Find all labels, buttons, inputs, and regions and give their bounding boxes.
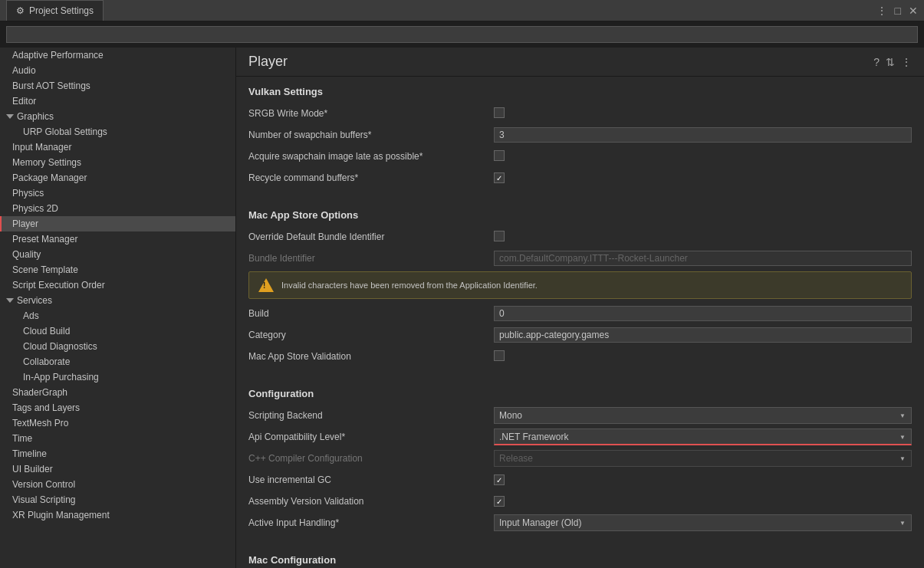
sidebar-item-script-execution[interactable]: Script Execution Order [0, 277, 235, 293]
sidebar-item-player[interactable]: Player [0, 216, 235, 231]
sidebar-item-xr-plugin[interactable]: XR Plugin Management [0, 507, 235, 523]
configuration-section: Configuration Scripting Backend Mono IL2… [236, 379, 924, 545]
title-bar-controls: ⋮ □ ✕ [876, 5, 918, 17]
mac-app-store-section: Mac App Store Options Override Default B… [236, 200, 924, 379]
sidebar-item-ads[interactable]: Ads [0, 308, 235, 323]
cpp-compiler-select[interactable]: Release Debug [494, 450, 912, 467]
sidebar-label: Editor [12, 96, 36, 107]
override-bundle-value [494, 231, 912, 244]
mac-store-validation-row: Mac App Store Validation [248, 348, 912, 365]
assembly-validation-label: Assembly Version Validation [248, 496, 494, 507]
sidebar-item-physics-2d[interactable]: Physics 2D [0, 201, 235, 216]
sidebar-item-physics[interactable]: Physics [0, 186, 235, 201]
sidebar-item-quality[interactable]: Quality [0, 247, 235, 262]
srgb-write-mode-row: SRGB Write Mode* [248, 105, 912, 122]
sidebar-label: Burst AOT Settings [12, 80, 90, 91]
sidebar-item-audio[interactable]: Audio [0, 63, 235, 78]
title-bar-label: Project Settings [29, 5, 94, 16]
scripting-backend-select[interactable]: Mono IL2CPP [494, 407, 912, 424]
main-layout: Adaptive Performance Audio Burst AOT Set… [0, 48, 924, 568]
sidebar-item-services[interactable]: Services [0, 293, 235, 308]
sidebar-item-visual-scripting[interactable]: Visual Scripting [0, 492, 235, 507]
sidebar-item-time[interactable]: Time [0, 431, 235, 446]
sidebar-item-in-app-purchasing[interactable]: In-App Purchasing [0, 369, 235, 385]
sidebar-item-textmesh-pro[interactable]: TextMesh Pro [0, 415, 235, 431]
sidebar-label: In-App Purchasing [23, 372, 99, 382]
mac-store-validation-checkbox[interactable] [494, 350, 505, 361]
sidebar-item-collaborate[interactable]: Collaborate [0, 354, 235, 369]
more-icon[interactable]: ⋮ [901, 56, 912, 68]
srgb-write-mode-label: SRGB Write Mode* [248, 108, 494, 119]
recycle-command-checkbox[interactable] [494, 172, 505, 183]
active-input-handling-select[interactable]: Input Manager (Old) Input System Package… [494, 514, 912, 531]
sidebar-label: Visual Scripting [12, 494, 76, 505]
search-input[interactable] [6, 26, 918, 43]
sidebar-item-cloud-diagnostics[interactable]: Cloud Diagnostics [0, 339, 235, 354]
content-header: Player ? ⇅ ⋮ [236, 48, 924, 77]
sidebar-label: Cloud Diagnostics [23, 341, 97, 352]
menu-icon[interactable]: ⋮ [876, 5, 887, 17]
build-row: Build [248, 305, 912, 322]
settings-icon: ⚙ [16, 5, 25, 16]
sidebar-item-package-manager[interactable]: Package Manager [0, 170, 235, 186]
sidebar-item-burst-aot[interactable]: Burst AOT Settings [0, 78, 235, 94]
sidebar-label: Scene Template [12, 264, 78, 275]
sidebar-item-timeline[interactable]: Timeline [0, 446, 235, 461]
sidebar-item-preset-manager[interactable]: Preset Manager [0, 231, 235, 247]
sidebar-label: Collaborate [23, 356, 70, 367]
mac-store-validation-label: Mac App Store Validation [248, 351, 494, 362]
swapchain-buffers-input[interactable] [494, 127, 912, 143]
sidebar-item-memory-settings[interactable]: Memory Settings [0, 155, 235, 170]
bundle-identifier-value [494, 251, 912, 266]
assembly-validation-checkbox[interactable] [494, 496, 505, 507]
cpp-compiler-row: C++ Compiler Configuration Release Debug [248, 450, 912, 467]
incremental-gc-row: Use incremental GC [248, 471, 912, 488]
assembly-validation-value [494, 496, 912, 507]
srgb-write-mode-checkbox[interactable] [494, 107, 505, 118]
help-icon[interactable]: ? [873, 56, 880, 68]
mac-configuration-title: Mac Configuration [248, 554, 912, 566]
sidebar-label: Input Manager [12, 142, 71, 153]
maximize-icon[interactable]: □ [895, 5, 901, 17]
mac-configuration-section: Mac Configuration Camera Usage Descripti… [236, 545, 924, 568]
sidebar-item-version-control[interactable]: Version Control [0, 477, 235, 492]
sidebar-label: Player [12, 218, 38, 229]
sidebar-item-tags-layers[interactable]: Tags and Layers [0, 400, 235, 415]
search-bar [0, 21, 924, 48]
sidebar-label: Version Control [12, 479, 75, 490]
warning-icon: ! [258, 278, 274, 292]
override-bundle-checkbox[interactable] [494, 231, 505, 241]
sidebar-item-editor[interactable]: Editor [0, 94, 235, 109]
sidebar-item-shader-graph[interactable]: ShaderGraph [0, 385, 235, 400]
incremental-gc-checkbox[interactable] [494, 474, 505, 485]
bundle-identifier-input[interactable] [494, 251, 912, 266]
assembly-validation-row: Assembly Version Validation [248, 493, 912, 510]
build-input[interactable] [494, 306, 912, 321]
srgb-write-mode-value [494, 107, 912, 120]
layout-icon[interactable]: ⇅ [886, 56, 895, 68]
acquire-swapchain-checkbox[interactable] [494, 150, 505, 161]
sidebar-item-ui-builder[interactable]: UI Builder [0, 461, 235, 477]
category-value [494, 327, 912, 343]
close-icon[interactable]: ✕ [909, 5, 918, 17]
recycle-command-row: Recycle command buffers* [248, 169, 912, 186]
sidebar-item-graphics[interactable]: Graphics [0, 109, 235, 124]
build-label: Build [248, 308, 494, 319]
api-compatibility-select[interactable]: .NET Standard 2.1 .NET Framework [494, 428, 912, 445]
sidebar-item-cloud-build[interactable]: Cloud Build [0, 323, 235, 339]
sidebar-item-input-manager[interactable]: Input Manager [0, 140, 235, 155]
category-input[interactable] [494, 327, 912, 343]
build-value [494, 306, 912, 321]
acquire-swapchain-value [494, 150, 912, 163]
cpp-compiler-value: Release Debug [494, 450, 912, 467]
override-bundle-row: Override Default Bundle Identifier [248, 228, 912, 245]
recycle-command-value [494, 172, 912, 184]
sidebar-item-urp-global[interactable]: URP Global Settings [0, 124, 235, 140]
sidebar-item-scene-template[interactable]: Scene Template [0, 262, 235, 277]
category-row: Category [248, 327, 912, 343]
sidebar-label: Tags and Layers [12, 402, 80, 413]
title-bar: ⚙ Project Settings ⋮ □ ✕ [0, 0, 924, 21]
sidebar-item-adaptive-performance[interactable]: Adaptive Performance [0, 48, 235, 63]
sidebar-label: Physics 2D [12, 203, 58, 214]
warning-box: ! Invalid characters have been removed f… [248, 271, 912, 299]
